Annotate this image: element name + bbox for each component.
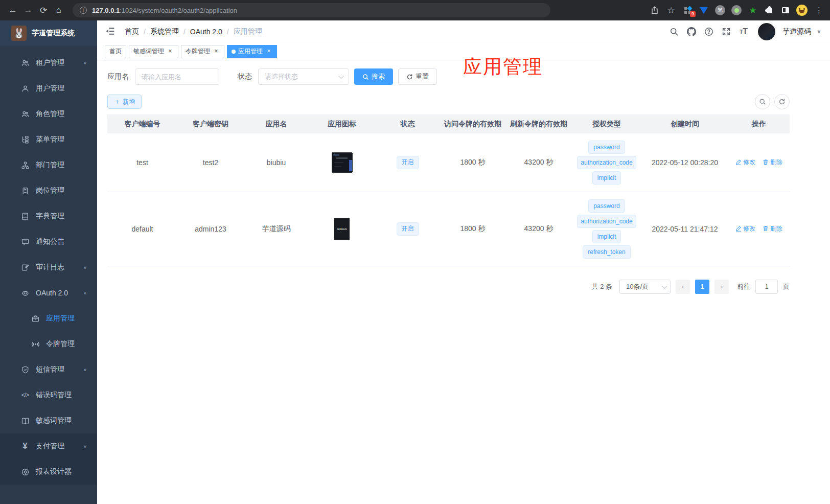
status-select[interactable]: 请选择状态 [258,68,349,85]
cell-created: 2022-05-11 21:47:12 [641,192,728,266]
tab[interactable]: 应用管理 × [227,45,277,58]
sidebar-item[interactable]: ¥ 支付管理 ∨ [0,433,97,459]
add-button[interactable]: ＋新增 [107,95,142,109]
sidebar: 🐰 芋道管理系统 租户管理 ∨ 用户管理 角色管理 菜单管理 部门管理 岗位管理… [0,20,97,504]
breadcrumb-item[interactable]: 系统管理 [150,27,179,36]
tab[interactable]: 敏感词管理 × [129,45,178,58]
share-icon[interactable] [648,3,662,17]
column-header: 授权类型 [572,115,641,133]
cell-app-name: biubiu [244,133,309,192]
delete-button[interactable]: 删除 [763,224,782,233]
sidebar-item[interactable]: 用户管理 [0,76,97,101]
back-icon[interactable]: ← [5,3,20,18]
goto-label: 前往 [737,282,750,291]
username[interactable]: 芋道源码 [782,27,811,36]
site-info-icon[interactable]: i [80,7,87,14]
grant-type-tag: authorization_code [577,156,636,169]
bookmark-star-icon[interactable]: ☆ [664,3,678,17]
app-logo-bar[interactable]: 🐰 芋道管理系统 [0,20,97,46]
breadcrumb-item[interactable]: OAuth 2.0 [190,28,222,36]
sidebar-item[interactable]: 角色管理 [0,101,97,127]
cell-app-name: 芋道源码 [244,192,309,266]
profile-avatar-icon[interactable] [795,3,809,17]
sidebar-item[interactable]: 令牌管理 [0,331,97,357]
fullscreen-icon[interactable] [719,25,733,39]
collapse-sidebar-icon[interactable] [105,26,117,37]
recorder-extension-icon[interactable] [729,3,744,17]
goto-page-input[interactable] [755,280,778,294]
cell-refresh-ttl: 43200 秒 [505,133,572,192]
sidebar-item[interactable]: 租户管理 ∨ [0,50,97,76]
help-icon[interactable] [702,25,716,39]
log-icon [20,263,30,272]
app-logo-icon: 🐰 [11,26,27,41]
current-page-button[interactable]: 1 [695,280,709,294]
close-icon[interactable]: × [265,48,272,55]
home-icon[interactable]: ⌂ [51,3,66,18]
reload-icon[interactable]: ⟳ [36,3,51,18]
github-icon[interactable] [684,25,699,39]
grant-type-tag: implicit [592,230,621,243]
robot-icon [20,288,30,297]
column-header: 刷新令牌的有效期 [505,115,572,133]
app-icon-image: GitHub [334,218,350,240]
page-size-select[interactable]: 10条/页 [619,280,671,294]
sidebar-item[interactable]: 审计日志 ∨ [0,255,97,280]
tree-icon [20,135,30,144]
column-header: 应用图标 [309,115,375,133]
app-name-input[interactable] [135,68,219,85]
cell-access-ttl: 1800 秒 [440,192,505,266]
next-page-button[interactable]: › [714,280,729,294]
delete-button[interactable]: 删除 [763,158,782,167]
user-caret-icon[interactable]: ▼ [816,29,822,35]
close-icon[interactable]: × [213,48,220,55]
grant-type-tag: password [588,199,625,213]
sidebar-item[interactable]: 通知公告 [0,229,97,255]
sidebar-item[interactable]: 报表设计器 [0,459,97,485]
side-panel-icon[interactable] [778,3,793,17]
forward-icon[interactable]: → [20,3,36,18]
sidebar-item[interactable]: </> 错误码管理 [0,382,97,408]
sidebar-item[interactable]: 菜单管理 [0,127,97,152]
table-header-row: 客户端编号客户端密钥应用名应用图标状态访问令牌的有效期刷新令牌的有效期授权类型创… [107,115,790,133]
close-icon[interactable]: × [167,48,174,55]
font-size-icon[interactable]: TT [736,25,751,39]
breadcrumb-separator: / [227,28,229,36]
prev-page-button[interactable]: ‹ [676,280,690,294]
page-unit-label: 页 [783,282,790,291]
sidebar-item[interactable]: 应用管理 [0,306,97,331]
breadcrumb-item[interactable]: 首页 [125,27,139,36]
sidebar-item[interactable]: 字典管理 [0,203,97,229]
extension-circle-icon[interactable]: ⌘ [713,3,727,17]
cell-secret: test2 [177,133,244,192]
toggle-search-button[interactable] [755,94,770,109]
tab[interactable]: 首页 [105,45,126,58]
vue-devtools-icon[interactable] [697,3,711,17]
grant-type-tag: authorization_code [577,215,636,228]
chevron-down-icon: ∨ [83,368,87,372]
edit-button[interactable]: 修改 [735,224,755,233]
signal-icon [31,339,40,349]
sidebar-item[interactable]: 部门管理 [0,152,97,178]
sidebar-item[interactable]: 短信管理 ∨ [0,357,97,382]
extensions-puzzle-icon[interactable] [762,3,776,17]
tab[interactable]: 令牌管理 × [181,45,224,58]
cell-access-ttl: 1800 秒 [440,133,505,192]
sidebar-item[interactable]: OAuth 2.0 ∧ [0,280,97,306]
search-icon[interactable] [667,25,681,39]
address-bar[interactable]: i 127.0.0.1:1024/system/oauth2/oauth2/ap… [73,3,550,17]
extension-grid-icon[interactable]: 9 [680,3,695,17]
filter-form: 应用名 状态 请选择状态 搜索 重置 [107,68,830,85]
evernote-extension-icon[interactable]: ★ [746,3,760,17]
edit-button[interactable]: 修改 [735,158,755,167]
reset-button[interactable]: 重置 [398,68,437,85]
refresh-button[interactable] [774,94,790,109]
cell-created: 2022-05-12 00:28:20 [641,133,728,192]
report-icon [20,467,30,476]
column-header: 客户端编号 [107,115,177,133]
browser-menu-icon[interactable]: ⋮ [811,6,825,15]
search-button[interactable]: 搜索 [354,68,393,85]
sidebar-item[interactable]: 岗位管理 [0,178,97,203]
sidebar-item[interactable]: 敏感词管理 [0,408,97,433]
user-avatar[interactable] [758,23,775,40]
